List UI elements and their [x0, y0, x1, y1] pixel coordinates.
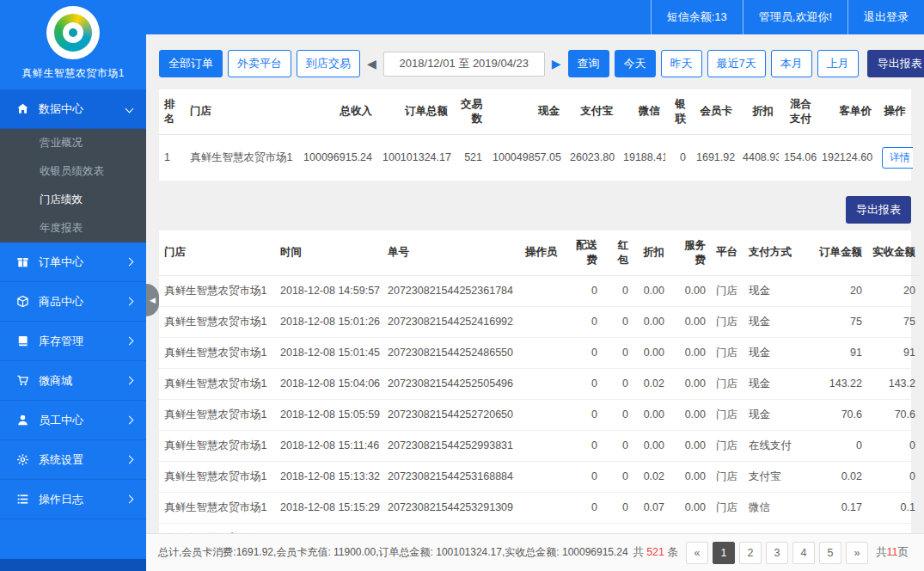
footer-bar: 总计,会员卡消费:1691.92,会员卡充值: 11900.00,订单总金额: … — [146, 533, 924, 571]
sidebar-item-inventory-management[interactable]: 库存管理 — [0, 322, 146, 361]
export-report-button-top[interactable]: 导出报表 — [867, 50, 924, 77]
sms-balance: 短信余额:13 — [651, 0, 743, 34]
table-cell: 207230821544252486550 — [382, 337, 520, 368]
export-report-button-orders[interactable]: 导出报表 — [846, 196, 911, 224]
table-cell: 207230821544253168884 — [382, 461, 520, 492]
pagination-next[interactable]: » — [846, 542, 868, 564]
table-cell: 0.00 — [670, 430, 711, 461]
filter-row: 全部订单外卖平台到店交易 ◀ ▶ 查询 今天昨天最近7天本月上月 导出报表 — [159, 50, 911, 77]
sidebar-item-operation-log[interactable]: 操作日志 — [0, 480, 146, 519]
table-cell: 微信 — [743, 492, 809, 523]
table-cell: 门店 — [711, 306, 743, 337]
table-cell: 207230821544252361784 — [382, 275, 520, 306]
table-cell: 真鲜生智慧农贸市场1 — [159, 275, 275, 306]
pagination-page-4[interactable]: 4 — [792, 542, 815, 564]
table-cell: 0.00 — [670, 461, 711, 492]
total-records-text: 共 521 条 — [633, 545, 678, 560]
table-row: 真鲜生智慧农贸市场12018-12-08 15:05:5920723082154… — [159, 399, 921, 430]
user-icon — [15, 414, 29, 427]
gift-icon — [15, 255, 29, 269]
search-button[interactable]: 查询 — [568, 50, 609, 77]
table-cell: 0 — [565, 430, 603, 461]
table-cell: 0 — [565, 337, 603, 368]
table-cell: 真鲜生智慧农贸市场1 — [159, 368, 275, 399]
table-cell: 0 — [603, 430, 633, 461]
main-content: 全部订单外卖平台到店交易 ◀ ▶ 查询 今天昨天最近7天本月上月 导出报表 排名… — [146, 34, 924, 533]
date-prev-icon[interactable]: ◀ — [365, 57, 378, 71]
column-header: 现金 — [487, 89, 565, 134]
column-header: 折扣 — [633, 230, 670, 275]
pagination-prev[interactable]: « — [686, 542, 708, 564]
sidebar-item-data-center[interactable]: 数据中心 — [0, 89, 146, 129]
date-next-icon[interactable]: ▶ — [550, 57, 563, 71]
table-cell: 真鲜生智慧农贸市场1 — [185, 134, 298, 181]
total-pages-text: 共11页 — [876, 545, 909, 560]
table-cell: 0 — [565, 399, 603, 430]
sidebar-subitem-business-overview[interactable]: 营业概况 — [0, 129, 146, 157]
table-cell: 0.00 — [670, 337, 711, 368]
pagination-page-5[interactable]: 5 — [819, 542, 841, 564]
column-header: 实收金额 — [867, 230, 921, 275]
table-row: 真鲜生智慧农贸市场12018-12-08 15:11:4620723082154… — [159, 430, 921, 461]
table-cell: 207230821544253291309 — [382, 492, 520, 523]
sidebar-item-order-center[interactable]: 订单中心 — [0, 243, 146, 282]
table-cell: 0.02 — [633, 461, 670, 492]
detail-button[interactable]: 详情 — [882, 147, 913, 169]
column-header: 门店 — [159, 230, 275, 275]
pagination: 共 521 条«12345»共11页 — [629, 542, 912, 564]
date-range-input[interactable] — [383, 52, 545, 77]
quick-range-0[interactable]: 今天 — [615, 50, 656, 77]
table-cell: 真鲜生智慧农贸市场1 — [159, 399, 275, 430]
date-controls: ◀ ▶ 查询 今天昨天最近7天本月上月 导出报表 — [365, 50, 924, 77]
table-cell: 70.6 — [867, 399, 921, 430]
table-cell: 0 — [565, 368, 603, 399]
chevron-right-icon — [125, 377, 134, 385]
table-cell: 207230821544252416992 — [382, 306, 520, 337]
sidebar: 真鲜生智慧农贸市场1 数据中心营业概况收银员绩效表门店绩效年度报表订单中心商品中… — [0, 0, 146, 571]
order-tab-0[interactable]: 全部订单 — [159, 50, 223, 77]
store-summary-card: 排名门店总收入订单总额交易数现金支付宝微信银联会员卡折扣混合支付客单价操作1真鲜… — [159, 89, 911, 181]
table-cell: 门店 — [711, 492, 743, 523]
quick-range-2[interactable]: 最近7天 — [707, 50, 766, 77]
pagination-page-3[interactable]: 3 — [766, 542, 788, 564]
quick-range-1[interactable]: 昨天 — [661, 50, 702, 77]
table-cell: 0.00 — [670, 523, 711, 533]
table-cell: 192124.60 — [817, 134, 877, 181]
quick-range-4[interactable]: 上月 — [817, 50, 859, 77]
home-icon — [15, 102, 29, 116]
table-cell: 19188.41 — [618, 134, 665, 181]
pagination-page-1[interactable]: 1 — [713, 542, 735, 564]
sidebar-item-product-center[interactable]: 商品中心 — [0, 282, 146, 322]
column-header: 折扣 — [737, 89, 779, 134]
table-cell: 0 — [565, 523, 603, 533]
sidebar-menu: 数据中心营业概况收银员绩效表门店绩效年度报表订单中心商品中心库存管理微商城员工中… — [0, 89, 146, 519]
chevron-right-icon — [125, 298, 134, 306]
column-header: 红包 — [603, 230, 633, 275]
quick-range-3[interactable]: 本月 — [771, 50, 812, 77]
sidebar-subitem-cashier-performance[interactable]: 收银员绩效表 — [0, 157, 146, 186]
sidebar-item-micro-mall[interactable]: 微商城 — [0, 361, 146, 401]
sidebar-subitem-store-performance[interactable]: 门店绩效 — [0, 186, 146, 214]
order-tab-2[interactable]: 到店交易 — [297, 50, 360, 77]
table-cell: 门店 — [711, 275, 743, 306]
sidebar-item-system-settings[interactable]: 系统设置 — [0, 440, 146, 480]
sidebar-subitem-annual-report[interactable]: 年度报表 — [0, 214, 146, 243]
logout-button[interactable]: 退出登录 — [848, 0, 924, 34]
column-header: 订单金额 — [809, 230, 867, 275]
table-cell: 20 — [867, 275, 921, 306]
table-cell: 0 — [603, 306, 633, 337]
sidebar-item-label: 微商城 — [39, 373, 126, 389]
chevron-right-icon — [125, 258, 134, 267]
welcome-text: 管理员,欢迎你! — [743, 0, 848, 34]
table-cell: 真鲜生智慧农贸市场1 — [159, 430, 275, 461]
pagination-page-2[interactable]: 2 — [739, 542, 762, 564]
sidebar-item-staff-center[interactable]: 员工中心 — [0, 401, 146, 440]
table-cell: 0.02 — [809, 461, 867, 492]
summary-table: 排名门店总收入订单总额交易数现金支付宝微信银联会员卡折扣混合支付客单价操作1真鲜… — [159, 89, 913, 181]
column-header: 混合支付 — [779, 89, 817, 134]
table-cell: 207230821544252720650 — [382, 399, 520, 430]
table-header-row: 排名门店总收入订单总额交易数现金支付宝微信银联会员卡折扣混合支付客单价操作 — [159, 89, 913, 134]
order-tab-1[interactable]: 外卖平台 — [228, 50, 291, 77]
table-cell: 真鲜生智慧农贸市场1 — [159, 306, 275, 337]
table-cell: 支付宝 — [743, 461, 809, 492]
